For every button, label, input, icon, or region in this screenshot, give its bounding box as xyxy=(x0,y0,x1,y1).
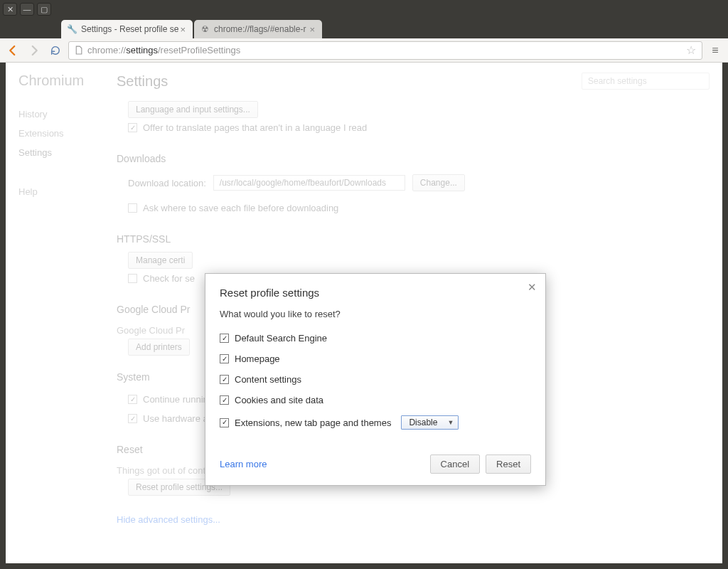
browser-toolbar: chrome://settings/resetProfileSettings ☆… xyxy=(0,38,728,63)
checkbox-default-search[interactable] xyxy=(220,334,229,343)
reload-button[interactable] xyxy=(47,42,64,59)
opt-extensions: Extensions, new tab page and themes xyxy=(235,418,391,428)
tab-title: Settings - Reset profile se xyxy=(81,24,178,34)
url-path: /resetProfileSettings xyxy=(158,45,240,55)
opt-default-search: Default Search Engine xyxy=(235,333,327,344)
omnibox[interactable]: chrome://settings/resetProfileSettings ☆ xyxy=(68,41,702,60)
forward-button[interactable] xyxy=(26,42,43,59)
tab-flags[interactable]: ☢ chrome://flags/#enable-r × xyxy=(194,20,322,38)
close-icon[interactable]: × xyxy=(308,24,316,35)
checkbox-homepage[interactable] xyxy=(220,354,229,363)
checkbox-extensions[interactable] xyxy=(220,418,229,427)
window-close-button[interactable]: ✕ xyxy=(3,3,17,16)
dialog-title: Reset profile settings xyxy=(220,287,531,299)
window-minimize-button[interactable]: — xyxy=(20,3,34,16)
os-titlebar: ✕ — ▢ xyxy=(0,0,728,18)
window-maximize-button[interactable]: ▢ xyxy=(37,3,51,16)
opt-homepage: Homepage xyxy=(235,353,280,364)
content-area: Chromium History Extensions Settings Hel… xyxy=(6,63,722,563)
extensions-action-select[interactable]: Disable ▼ xyxy=(401,415,459,430)
url-host: settings xyxy=(126,45,158,55)
tab-title: chrome://flags/#enable-r xyxy=(214,24,308,34)
opt-content-settings: Content settings xyxy=(235,374,301,385)
dialog-subtitle: What would you like to reset? xyxy=(220,309,531,319)
close-icon[interactable]: × xyxy=(178,24,187,35)
opt-cookies: Cookies and site data xyxy=(235,395,323,405)
url-scheme: chrome:// xyxy=(87,45,126,55)
chevron-down-icon: ▼ xyxy=(447,419,454,426)
tab-settings[interactable]: 🔧 Settings - Reset profile se × xyxy=(61,20,193,38)
checkbox-content-settings[interactable] xyxy=(220,375,229,384)
wrench-icon: 🔧 xyxy=(67,24,77,34)
reset-button[interactable]: Reset xyxy=(486,454,531,474)
tab-strip: 🔧 Settings - Reset profile se × ☢ chrome… xyxy=(0,18,728,38)
learn-more-link[interactable]: Learn more xyxy=(220,459,267,469)
reset-profile-dialog: ✕ Reset profile settings What would you … xyxy=(205,273,546,486)
radiation-icon: ☢ xyxy=(200,24,210,34)
select-value: Disable xyxy=(409,418,437,427)
hamburger-menu-button[interactable]: ≡ xyxy=(707,42,724,59)
dialog-close-button[interactable]: ✕ xyxy=(528,281,537,294)
checkbox-cookies[interactable] xyxy=(220,395,229,405)
page-icon xyxy=(73,46,83,55)
cancel-button[interactable]: Cancel xyxy=(430,454,480,474)
bookmark-star-icon[interactable]: ☆ xyxy=(685,43,697,57)
back-button[interactable] xyxy=(4,42,21,59)
